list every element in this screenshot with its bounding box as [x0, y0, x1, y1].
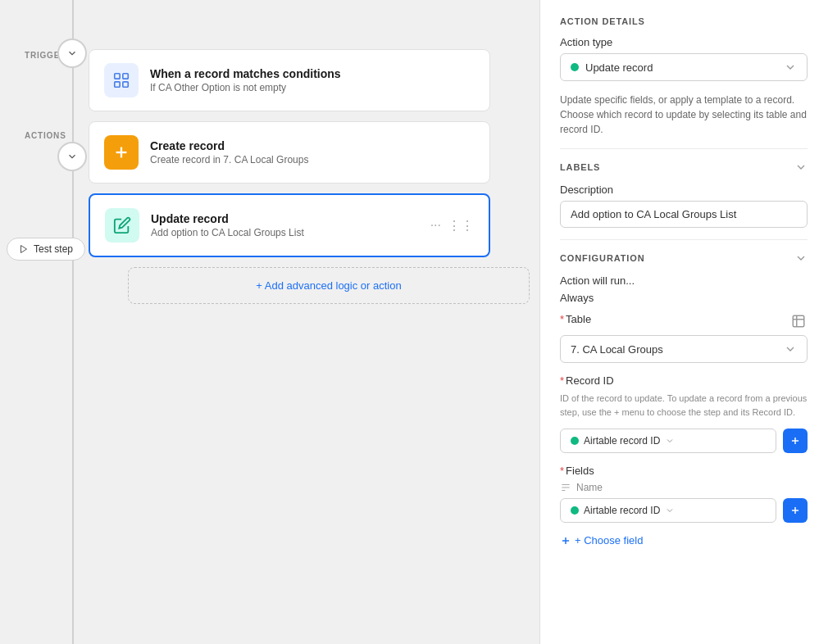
name-field-badge[interactable]: Airtable record ID	[560, 498, 776, 523]
svg-rect-1	[115, 74, 120, 79]
record-id-dot	[571, 437, 579, 445]
labels-section-header: LABELS	[560, 161, 808, 174]
update-record-icon	[105, 208, 139, 243]
configuration-section-header: CONFIGURATION	[560, 252, 808, 265]
trigger-circle-button[interactable]	[57, 39, 87, 68]
timeline	[72, 0, 74, 644]
name-field-label: Name	[576, 482, 603, 493]
fields-required-star: *	[560, 465, 564, 477]
table-required-star: *	[560, 313, 564, 325]
action-type-dropdown[interactable]: Update record	[560, 53, 808, 81]
name-field-icon	[560, 482, 571, 493]
table-chevron	[784, 342, 797, 356]
cards-container: When a record matches conditions If CA O…	[89, 16, 490, 304]
action-will-run-label: Action will run...	[560, 274, 808, 287]
divider-1	[560, 148, 808, 149]
name-field-value: Airtable record ID	[584, 505, 660, 516]
labels-chevron[interactable]	[794, 161, 808, 174]
record-id-desc: ID of the record to update. To update a …	[560, 392, 808, 419]
record-id-plus-button[interactable]	[783, 429, 808, 453]
record-id-chevron	[665, 436, 675, 446]
action-details-title: ACTION DETAILS	[560, 16, 645, 26]
svg-rect-4	[123, 82, 128, 87]
svg-rect-7	[793, 315, 804, 327]
action-type-value: Update record	[571, 61, 653, 74]
svg-rect-2	[123, 74, 128, 79]
choose-field-button[interactable]: + Choose field	[560, 534, 808, 546]
table-icon-button[interactable]	[789, 312, 808, 330]
fields-label: *Fields	[560, 465, 808, 477]
add-logic-button[interactable]: + Add advanced logic or action	[128, 267, 530, 304]
name-field-item: Name	[560, 482, 808, 493]
choose-field-icon	[560, 535, 571, 546]
trigger-card-content: When a record matches conditions If CA O…	[150, 67, 475, 93]
record-id-badge[interactable]: Airtable record ID	[560, 429, 776, 453]
create-record-title: Create record	[150, 139, 475, 152]
name-field-row: Airtable record ID	[560, 498, 808, 523]
action-type-chevron	[784, 61, 797, 74]
trigger-icon	[104, 63, 139, 98]
table-value: 7. CA Local Groups	[571, 343, 663, 356]
trigger-card-subtitle: If CA Other Option is not empty	[150, 82, 475, 93]
action-type-label: Action type	[560, 36, 808, 48]
trigger-card[interactable]: When a record matches conditions If CA O…	[89, 49, 490, 111]
choose-field-label: + Choose field	[575, 534, 643, 546]
record-id-row: Airtable record ID	[560, 429, 808, 453]
name-field-dot	[571, 506, 579, 515]
create-record-subtitle: Create record in 7. CA Local Groups	[150, 154, 475, 166]
update-record-title: Update record	[151, 212, 419, 225]
table-label: *Table	[560, 313, 591, 325]
left-panel: TRIGGER ACTIONS Test step When a record …	[0, 0, 539, 644]
update-record-content: Update record Add option to CA Local Gro…	[151, 212, 419, 238]
update-record-subtitle: Add option to CA Local Groups List	[151, 227, 419, 238]
record-id-required-star: *	[560, 374, 564, 387]
labels-title: LABELS	[560, 162, 600, 172]
action-details-section-header: ACTION DETAILS	[560, 16, 808, 26]
record-id-value: Airtable record ID	[584, 435, 660, 447]
table-header: *Table	[560, 312, 808, 330]
drag-handle-icon[interactable]: ⋮⋮	[448, 218, 474, 234]
actions-label: ACTIONS	[25, 131, 66, 140]
name-field-chevron	[665, 506, 675, 515]
update-record-card[interactable]: Update record Add option to CA Local Gro…	[89, 193, 490, 257]
record-id-label: *Record ID	[560, 374, 808, 387]
create-record-card[interactable]: Create record Create record in 7. CA Loc…	[89, 121, 490, 184]
description-label: Description	[560, 184, 808, 196]
divider-2	[560, 239, 808, 240]
more-options-icon[interactable]: ···	[430, 218, 441, 234]
action-circle-button[interactable]	[57, 142, 87, 171]
action-will-run-value: Always	[560, 292, 808, 304]
test-step-label: Test step	[34, 243, 73, 255]
create-record-icon	[104, 135, 139, 170]
table-dropdown[interactable]: 7. CA Local Groups	[560, 335, 808, 363]
right-panel: ACTION DETAILS Action type Update record…	[539, 0, 819, 644]
fields-section: Name Airtable record ID	[560, 482, 808, 523]
name-field-plus-button[interactable]	[783, 498, 808, 523]
create-record-content: Create record Create record in 7. CA Loc…	[150, 139, 475, 166]
description-input[interactable]: Add option to CA Local Groups List	[560, 201, 808, 228]
configuration-title: CONFIGURATION	[560, 253, 645, 263]
svg-marker-0	[21, 246, 27, 253]
action-description: Update specific fields, or apply a templ…	[560, 93, 808, 137]
test-step-button[interactable]: Test step	[7, 238, 85, 261]
trigger-card-title: When a record matches conditions	[150, 67, 475, 80]
update-record-actions: ··· ⋮⋮	[430, 218, 474, 234]
action-type-dot	[571, 63, 579, 71]
svg-rect-3	[115, 82, 120, 87]
configuration-chevron[interactable]	[794, 252, 808, 265]
